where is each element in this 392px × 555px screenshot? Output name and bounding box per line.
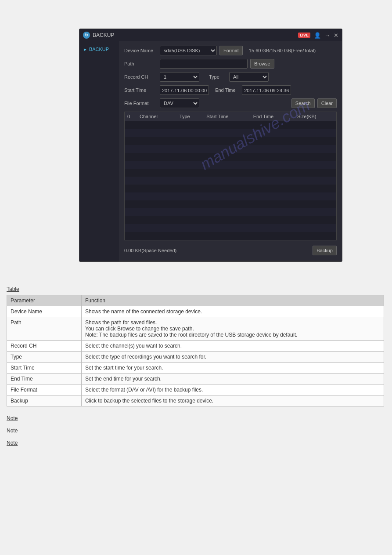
doc-func-type: Select the type of recordings you want t… xyxy=(82,351,384,362)
sidebar-item-backup[interactable]: ► BACKUP xyxy=(79,44,119,54)
space-needed: 0.00 KB(Space Needed) xyxy=(124,248,176,253)
doc-row-device-name: Device Name Shows the name of the connec… xyxy=(7,306,384,317)
doc-row-type: Type Select the type of recordings you w… xyxy=(7,351,384,362)
doc-row-record-ch: Record CH Select the channel(s) you want… xyxy=(7,340,384,351)
table-row xyxy=(125,185,336,192)
live-badge: LIVE xyxy=(298,33,310,38)
clear-button[interactable]: Clear xyxy=(317,98,337,108)
doc-row-start-time: Start Time Set the start time for your s… xyxy=(7,362,384,373)
doc-row-backup: Backup Click to backup the selected file… xyxy=(7,395,384,406)
close-icon[interactable]: ✕ xyxy=(334,32,338,39)
table-row xyxy=(125,177,336,185)
dvr-footer: 0.00 KB(Space Needed) Backup xyxy=(124,244,337,257)
titlebar-left: ↻ BACKUP xyxy=(83,32,114,39)
doc-col-function: Function xyxy=(82,295,384,306)
doc-param-type: Type xyxy=(7,351,82,362)
search-button[interactable]: Search xyxy=(291,98,315,108)
doc-col-param: Parameter xyxy=(7,295,82,306)
doc-note-3-label: Note xyxy=(7,440,18,446)
file-format-select[interactable]: DAV xyxy=(160,98,199,108)
record-ch-select[interactable]: 1 xyxy=(160,72,199,82)
dvr-body: ► BACKUP Device Name sda5(USB DISK) Form… xyxy=(79,41,342,261)
doc-param-end-time: End Time xyxy=(7,373,82,384)
backup-button[interactable]: Backup xyxy=(313,246,337,255)
sidebar: ► BACKUP xyxy=(79,41,119,261)
doc-func-end-time: Set the end time for your search. xyxy=(82,373,384,384)
table-row xyxy=(125,129,336,137)
titlebar: ↻ BACKUP LIVE 👤 → ✕ xyxy=(79,29,342,41)
doc-func-path: Shows the path for saved files.You can c… xyxy=(82,317,384,340)
doc-func-record-ch: Select the channel(s) you want to search… xyxy=(82,340,384,351)
doc-section: Table Parameter Function Device Name Sho… xyxy=(7,286,384,446)
table-row xyxy=(125,208,336,216)
start-time-value: 2017-11-06 00:00:00 xyxy=(160,85,209,95)
dvr-window: ↻ BACKUP LIVE 👤 → ✕ ► BACKUP Device Name… xyxy=(79,29,342,262)
end-time-value: 2017-11-06 09:24:36 xyxy=(242,85,291,95)
doc-table-title: Table xyxy=(7,286,384,292)
table-row xyxy=(125,232,336,240)
table-row xyxy=(125,137,336,145)
table-row xyxy=(125,200,336,208)
doc-param-device-name: Device Name xyxy=(7,306,82,317)
doc-note-1-label: Note xyxy=(7,415,18,421)
col-checkbox: 0 xyxy=(125,112,137,121)
start-time-label: Start Time xyxy=(124,87,157,93)
browse-button[interactable]: Browse xyxy=(250,59,274,69)
path-label: Path xyxy=(124,61,157,66)
doc-param-record-ch: Record CH xyxy=(7,340,82,351)
dvr-logo: ↻ xyxy=(83,32,90,39)
doc-func-device-name: Shows the name of the connected storage … xyxy=(82,306,384,317)
user-icon[interactable]: 👤 xyxy=(314,32,321,39)
record-type-row: Record CH 1 Type All xyxy=(124,72,337,82)
disk-info: 15.60 GB/15.60 GB(Free/Total) xyxy=(249,48,316,53)
dvr-main: Device Name sda5(USB DISK) Format 15.60 … xyxy=(119,41,342,261)
device-name-row: Device Name sda5(USB DISK) Format 15.60 … xyxy=(124,46,337,55)
table-row xyxy=(125,192,336,200)
path-row: Path Browse xyxy=(124,59,337,69)
table-row xyxy=(125,216,336,224)
col-type: Type xyxy=(177,112,204,121)
doc-note-2: Note xyxy=(7,428,384,434)
arrow-icon[interactable]: → xyxy=(324,32,330,39)
doc-func-backup: Click to backup the selected files to th… xyxy=(82,395,384,406)
results-table: 0 Channel Type Start Time End Time Size(… xyxy=(125,112,336,240)
table-row xyxy=(125,224,336,232)
format-button[interactable]: Format xyxy=(219,46,243,55)
table-row xyxy=(125,169,336,177)
doc-row-file-format: File Format Select the format (DAV or AV… xyxy=(7,384,384,395)
window-title: BACKUP xyxy=(93,32,114,38)
file-format-label: File Format xyxy=(124,101,157,106)
path-input[interactable] xyxy=(160,59,248,69)
end-time-label: End Time xyxy=(215,87,239,93)
table-row xyxy=(125,145,336,153)
doc-param-path: Path xyxy=(7,317,82,340)
file-format-row: File Format DAV Search Clear xyxy=(124,98,337,108)
sidebar-item-label: BACKUP xyxy=(89,47,109,52)
doc-notes: Note Note Note xyxy=(7,415,384,446)
doc-param-start-time: Start Time xyxy=(7,362,82,373)
doc-row-end-time: End Time Set the end time for your searc… xyxy=(7,373,384,384)
doc-row-path: Path Shows the path for saved files.You … xyxy=(7,317,384,340)
results-table-wrapper: 0 Channel Type Start Time End Time Size(… xyxy=(124,112,337,240)
table-row xyxy=(125,153,336,161)
doc-func-file-format: Select the format (DAV or AVI) for the b… xyxy=(82,384,384,395)
doc-note-1: Note xyxy=(7,415,384,421)
doc-param-file-format: File Format xyxy=(7,384,82,395)
device-name-label: Device Name xyxy=(124,48,157,53)
doc-param-backup: Backup xyxy=(7,395,82,406)
titlebar-right: LIVE 👤 → ✕ xyxy=(298,32,338,39)
col-size: Size(KB) xyxy=(295,112,336,121)
device-name-select[interactable]: sda5(USB DISK) xyxy=(160,46,217,55)
table-row xyxy=(125,121,336,129)
sidebar-arrow: ► xyxy=(83,47,87,52)
col-end-time: End Time xyxy=(251,112,295,121)
type-label: Type xyxy=(209,74,227,80)
type-select[interactable]: All xyxy=(229,72,269,82)
doc-func-start-time: Set the start time for your search. xyxy=(82,362,384,373)
col-start-time: Start Time xyxy=(204,112,250,121)
doc-note-2-label: Note xyxy=(7,428,18,434)
col-channel: Channel xyxy=(137,112,177,121)
doc-table: Parameter Function Device Name Shows the… xyxy=(7,295,384,406)
record-ch-label: Record CH xyxy=(124,74,157,80)
time-row: Start Time 2017-11-06 00:00:00 End Time … xyxy=(124,85,337,95)
